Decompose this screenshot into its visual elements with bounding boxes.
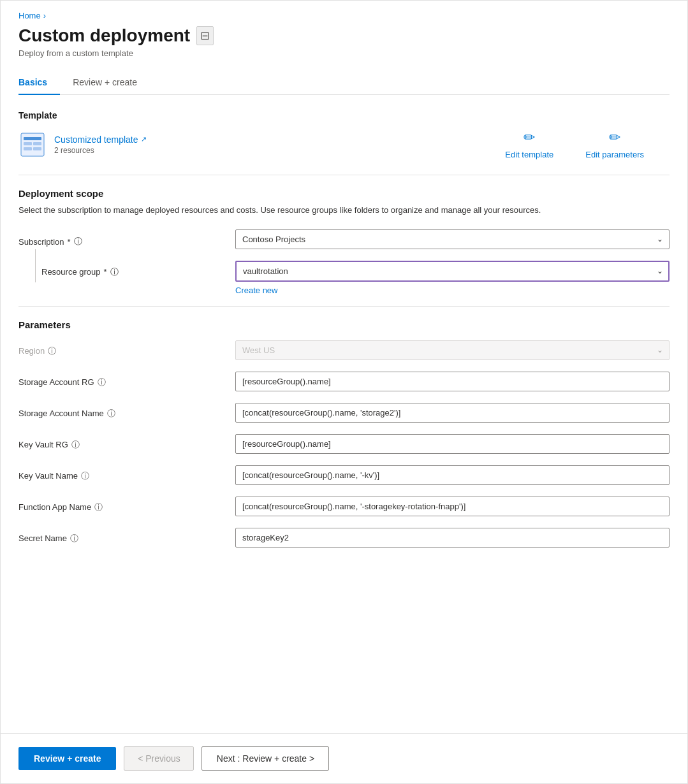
external-link-icon: ↗ <box>141 135 147 143</box>
home-link[interactable]: Home <box>18 11 41 20</box>
template-section-title: Template <box>18 110 670 120</box>
key-vault-name-input[interactable] <box>235 465 670 485</box>
subscription-info-icon: ⓘ <box>74 236 82 247</box>
key-vault-name-control <box>235 465 670 485</box>
storage-account-rg-info-icon: ⓘ <box>98 377 106 388</box>
breadcrumb: Home › <box>18 11 670 20</box>
resource-group-label: Resource group * ⓘ <box>41 261 119 278</box>
key-vault-rg-label: Key Vault RG ⓘ <box>18 434 235 451</box>
storage-account-name-label: Storage Account Name ⓘ <box>18 403 235 419</box>
page-title-container: Custom deployment ⊟ <box>18 25 670 46</box>
template-actions: ✏ Edit template ✏ Edit parameters <box>505 129 644 159</box>
edit-parameters-label: Edit parameters <box>585 150 644 159</box>
edit-template-pencil-icon: ✏ <box>523 129 535 146</box>
svg-rect-4 <box>24 147 32 150</box>
review-create-button[interactable]: Review + create <box>18 747 116 770</box>
print-icon: ⊟ <box>200 29 210 42</box>
breadcrumb-separator: › <box>43 11 46 20</box>
storage-account-rg-control <box>235 372 670 391</box>
page-title: Custom deployment <box>18 25 190 46</box>
secret-name-control <box>235 528 670 548</box>
resource-group-select[interactable]: vaultrotation <box>235 261 670 282</box>
template-icon <box>18 131 47 159</box>
storage-account-rg-input[interactable] <box>235 372 670 391</box>
key-vault-rg-input[interactable] <box>235 434 670 454</box>
template-info: Customized template ↗ 2 resources <box>18 131 147 159</box>
key-vault-rg-info-icon: ⓘ <box>71 439 80 451</box>
page-subtitle: Deploy from a custom template <box>18 48 670 58</box>
rg-info-icon: ⓘ <box>110 266 119 278</box>
section-divider <box>18 175 670 175</box>
create-new-link[interactable]: Create new <box>235 286 277 295</box>
function-app-name-info-icon: ⓘ <box>94 502 103 513</box>
edit-template-button[interactable]: ✏ Edit template <box>505 129 553 159</box>
rg-connector-line <box>35 249 36 282</box>
key-vault-rg-row: Key Vault RG ⓘ <box>18 434 670 454</box>
footer: Review + create < Previous Next : Review… <box>1 733 687 783</box>
region-control: West US ⌄ <box>235 340 670 360</box>
subscription-label: Subscription * ⓘ <box>18 231 235 247</box>
region-info-icon: ⓘ <box>48 345 56 357</box>
customized-template-link[interactable]: Customized template ↗ <box>54 134 147 145</box>
parameters-divider <box>18 306 670 307</box>
secret-name-info-icon: ⓘ <box>70 533 78 544</box>
deployment-scope-desc: Select the subscription to manage deploy… <box>18 204 670 217</box>
resource-group-row: Resource group * ⓘ vaultrotation ⌄ Creat… <box>18 261 670 296</box>
secret-name-input[interactable] <box>235 528 670 548</box>
storage-account-rg-label: Storage Account RG ⓘ <box>18 372 235 388</box>
template-sub-text: 2 resources <box>54 146 147 155</box>
template-section: Customized template ↗ 2 resources ✏ Edit… <box>18 129 670 159</box>
function-app-name-input[interactable] <box>235 497 670 516</box>
secret-name-label: Secret Name ⓘ <box>18 528 235 544</box>
subscription-control: Contoso Projects ⌄ <box>235 229 670 249</box>
key-vault-rg-control <box>235 434 670 454</box>
tab-bar: Basics Review + create <box>18 71 670 95</box>
resource-group-control: vaultrotation ⌄ Create new <box>235 261 670 296</box>
deployment-scope-title: Deployment scope <box>18 188 670 199</box>
region-row: Region ⓘ West US ⌄ <box>18 340 670 360</box>
key-vault-name-label: Key Vault Name ⓘ <box>18 465 235 482</box>
subscription-select[interactable]: Contoso Projects <box>235 229 670 249</box>
storage-account-name-row: Storage Account Name ⓘ <box>18 403 670 423</box>
next-button[interactable]: Next : Review + create > <box>201 746 329 771</box>
edit-parameters-button[interactable]: ✏ Edit parameters <box>585 129 644 159</box>
svg-rect-3 <box>33 142 41 145</box>
region-select-wrapper: West US ⌄ <box>235 340 670 360</box>
region-label: Region ⓘ <box>18 340 235 357</box>
subscription-row: Subscription * ⓘ Contoso Projects ⌄ <box>18 229 670 249</box>
storage-account-name-input[interactable] <box>235 403 670 423</box>
tab-review-create[interactable]: Review + create <box>60 71 150 95</box>
parameters-title: Parameters <box>18 319 670 330</box>
svg-rect-1 <box>24 137 41 140</box>
subscription-select-wrapper: Contoso Projects ⌄ <box>235 229 670 249</box>
storage-account-name-control <box>235 403 670 423</box>
print-button[interactable]: ⊟ <box>196 26 214 45</box>
tab-basics[interactable]: Basics <box>18 71 60 95</box>
key-vault-name-row: Key Vault Name ⓘ <box>18 465 670 485</box>
region-select: West US <box>235 340 670 360</box>
key-vault-name-info-icon: ⓘ <box>81 470 89 482</box>
svg-rect-2 <box>24 142 32 145</box>
template-details: Customized template ↗ 2 resources <box>54 134 147 155</box>
template-name: Customized template <box>54 134 138 145</box>
rg-select-wrapper: vaultrotation ⌄ <box>235 261 670 282</box>
storage-account-name-info-icon: ⓘ <box>107 408 115 419</box>
function-app-name-row: Function App Name ⓘ <box>18 497 670 516</box>
rg-label-container: Resource group * ⓘ <box>18 261 235 282</box>
storage-account-rg-row: Storage Account RG ⓘ <box>18 372 670 391</box>
subscription-required: * <box>68 237 71 247</box>
function-app-name-control <box>235 497 670 516</box>
edit-parameters-pencil-icon: ✏ <box>609 129 620 146</box>
edit-template-label: Edit template <box>505 150 553 159</box>
svg-rect-5 <box>33 147 41 150</box>
function-app-name-label: Function App Name ⓘ <box>18 497 235 513</box>
previous-button: < Previous <box>124 746 194 771</box>
secret-name-row: Secret Name ⓘ <box>18 528 670 548</box>
rg-required: * <box>104 267 107 277</box>
